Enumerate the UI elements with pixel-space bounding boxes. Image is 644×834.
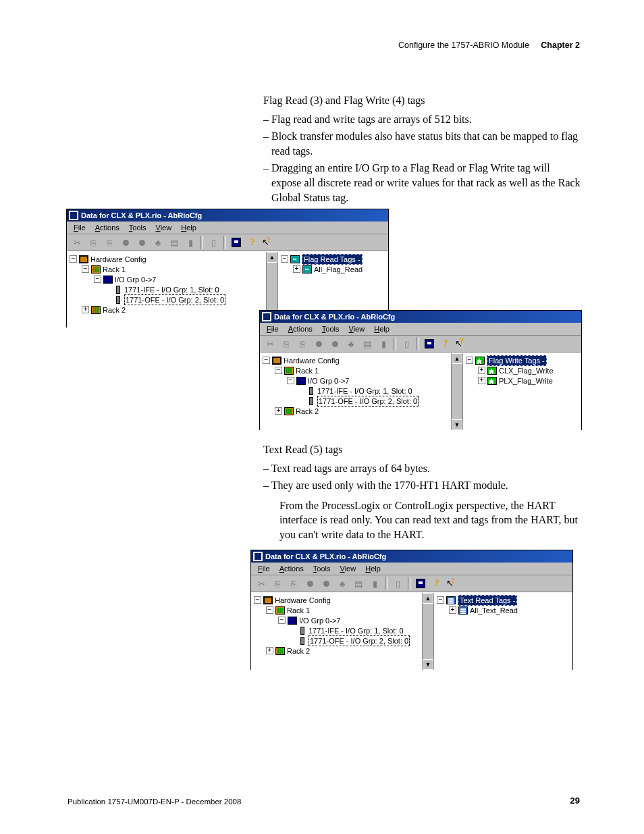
- tool-cut-icon[interactable]: ✂: [70, 235, 84, 250]
- tool-copy-icon[interactable]: ⎘: [86, 235, 101, 250]
- tag-tree[interactable]: −Flag Read Tags - +All_Flag_Read: [278, 252, 388, 276]
- scroll-up-icon[interactable]: ▲: [267, 252, 277, 263]
- tool-list-icon[interactable]: ▤: [360, 336, 375, 351]
- menu-help[interactable]: Help: [370, 324, 394, 334]
- save-icon[interactable]: [422, 336, 437, 351]
- collapse-icon[interactable]: −: [281, 255, 288, 263]
- tree-module[interactable]: 1771-IFE - I/O Grp: 1, Slot: 0: [308, 626, 404, 635]
- tree-module[interactable]: 1771-IFE - I/O Grp: 1, Slot: 0: [124, 285, 219, 294]
- tool-dot-icon[interactable]: [319, 576, 333, 591]
- menu-view[interactable]: View: [336, 564, 360, 573]
- tree-module[interactable]: 1771-IFE - I/O Grp: 1, Slot: 0: [317, 386, 412, 396]
- titlebar[interactable]: Data for CLX & PLX.rio - AbRioCfg: [67, 209, 388, 221]
- tool-dot-icon[interactable]: [311, 336, 326, 351]
- menu-view[interactable]: View: [345, 324, 369, 334]
- menu-file[interactable]: File: [263, 324, 283, 334]
- collapse-icon[interactable]: −: [82, 265, 89, 273]
- scroll-down-icon[interactable]: ▼: [452, 419, 462, 430]
- save-icon[interactable]: [413, 576, 428, 591]
- menu-file[interactable]: File: [70, 223, 90, 232]
- menu-tools[interactable]: Tools: [125, 223, 151, 232]
- tree-root[interactable]: Hardware Config: [275, 596, 331, 605]
- tree-root[interactable]: Hardware Config: [284, 356, 340, 365]
- tree-rack[interactable]: Rack 1: [103, 265, 126, 274]
- tool-dot-icon[interactable]: [134, 235, 149, 250]
- collapse-icon[interactable]: −: [263, 357, 270, 364]
- tree-group[interactable]: I/O Grp 0->7: [115, 275, 156, 284]
- scrollbar[interactable]: ▲▼: [422, 593, 433, 670]
- tool-module-icon[interactable]: ▮: [376, 336, 391, 351]
- text-read-item[interactable]: All_Text_Read: [470, 606, 518, 615]
- flag-read-item[interactable]: All_Flag_Read: [314, 265, 363, 274]
- tool-dot-icon[interactable]: [327, 336, 342, 351]
- menu-help[interactable]: Help: [177, 223, 200, 232]
- tool-module-icon[interactable]: ▮: [183, 235, 198, 250]
- collapse-icon[interactable]: −: [70, 255, 77, 263]
- menu-view[interactable]: View: [152, 223, 176, 232]
- expand-icon[interactable]: +: [449, 606, 456, 614]
- tool-paste-icon[interactable]: ⎘: [102, 235, 117, 250]
- hardware-tree[interactable]: −Hardware Config −Rack 1 −I/O Grp 0->7 1…: [251, 593, 433, 658]
- collapse-icon[interactable]: −: [466, 357, 473, 364]
- flag-write-item[interactable]: PLX_Flag_Write: [499, 376, 553, 386]
- flag-read-root[interactable]: Flag Read Tags -: [302, 254, 363, 265]
- expand-icon[interactable]: +: [293, 265, 300, 273]
- menu-tools[interactable]: Tools: [318, 324, 344, 334]
- collapse-icon[interactable]: −: [254, 596, 261, 604]
- tool-dot-icon[interactable]: [118, 235, 133, 250]
- hardware-tree[interactable]: −Hardware Config −Rack 1 −I/O Grp 0->7 1…: [260, 353, 462, 418]
- expand-icon[interactable]: +: [82, 306, 89, 313]
- tree-rack[interactable]: Rack 2: [103, 305, 126, 315]
- collapse-icon[interactable]: −: [275, 367, 282, 374]
- tool-paste-icon[interactable]: ⎘: [295, 336, 310, 351]
- scrollbar[interactable]: ▲▼: [451, 353, 462, 430]
- tree-rack[interactable]: Rack 1: [287, 606, 310, 615]
- tree-rack[interactable]: Rack 2: [296, 407, 319, 416]
- scroll-up-icon[interactable]: ▲: [452, 353, 462, 364]
- menu-tools[interactable]: Tools: [309, 564, 335, 573]
- tool-doc-icon[interactable]: ▯: [399, 336, 414, 351]
- tag-tree[interactable]: −Text Read Tags - +All_Text_Read: [434, 593, 572, 617]
- flag-write-root[interactable]: Flag Write Tags -: [487, 355, 547, 366]
- tree-module-selected[interactable]: 1771-OFE - I/O Grp: 2, Slot: 0: [317, 396, 419, 407]
- tree-group[interactable]: I/O Grp 0->7: [308, 376, 349, 386]
- help-icon[interactable]: ?: [438, 336, 453, 351]
- expand-icon[interactable]: +: [478, 377, 485, 384]
- scroll-up-icon[interactable]: ▲: [423, 593, 433, 604]
- tool-list-icon[interactable]: ▤: [351, 576, 366, 591]
- titlebar[interactable]: Data for CLX & PLX.rio - AbRioCfg: [251, 550, 572, 563]
- collapse-icon[interactable]: −: [287, 377, 294, 384]
- collapse-icon[interactable]: −: [278, 617, 286, 624]
- context-help-icon[interactable]: ↖?: [454, 336, 468, 351]
- tool-doc-icon[interactable]: ▯: [206, 235, 221, 250]
- text-read-root[interactable]: Text Read Tags -: [458, 595, 517, 606]
- tool-doc-icon[interactable]: ▯: [390, 576, 405, 591]
- tree-group[interactable]: I/O Grp 0->7: [299, 616, 340, 625]
- context-help-icon[interactable]: ↖?: [261, 235, 275, 250]
- tool-tree-icon[interactable]: ♣: [151, 235, 165, 250]
- tool-copy-icon[interactable]: ⎘: [279, 336, 294, 351]
- tree-module-selected[interactable]: 1771-OFE - I/O Grp: 2, Slot: 0: [308, 635, 410, 646]
- expand-icon[interactable]: +: [275, 407, 282, 415]
- menu-actions[interactable]: Actions: [284, 324, 317, 334]
- help-icon[interactable]: ?: [245, 235, 260, 250]
- context-help-icon[interactable]: ↖?: [446, 576, 459, 591]
- scroll-down-icon[interactable]: ▼: [423, 659, 433, 670]
- tree-rack[interactable]: Rack 2: [287, 646, 310, 656]
- hardware-tree[interactable]: −Hardware Config −Rack 1 −I/O Grp 0->7 1…: [67, 252, 277, 317]
- menu-file[interactable]: File: [254, 564, 274, 573]
- menu-actions[interactable]: Actions: [91, 223, 124, 232]
- help-icon[interactable]: ?: [429, 576, 444, 591]
- tool-copy-icon[interactable]: ⎘: [270, 576, 285, 591]
- tool-tree-icon[interactable]: ♣: [344, 336, 358, 351]
- titlebar[interactable]: Data for CLX & PLX.rio - AbRioCfg: [260, 311, 581, 323]
- tree-module-selected[interactable]: 1771-OFE - I/O Grp: 2, Slot: 0: [124, 294, 225, 305]
- menu-actions[interactable]: Actions: [275, 564, 308, 573]
- tool-list-icon[interactable]: ▤: [167, 235, 182, 250]
- save-icon[interactable]: [229, 235, 244, 250]
- collapse-icon[interactable]: −: [266, 606, 273, 614]
- tree-root[interactable]: Hardware Config: [90, 255, 146, 264]
- collapse-icon[interactable]: −: [94, 276, 101, 283]
- tool-paste-icon[interactable]: ⎘: [286, 576, 301, 591]
- collapse-icon[interactable]: −: [437, 596, 444, 604]
